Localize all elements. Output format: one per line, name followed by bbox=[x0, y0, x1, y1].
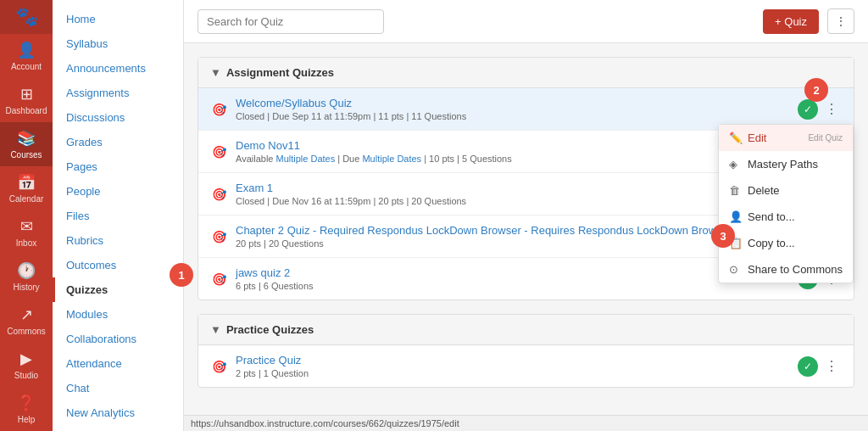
dropdown-share-label: Share to Commons bbox=[748, 263, 843, 276]
quiz-row-practice: 🎯 Practice Quiz 2 pts | 1 Question ✓ ⋮ bbox=[198, 345, 854, 387]
dropdown-delete[interactable]: 🗑 Delete bbox=[719, 177, 853, 204]
course-nav-quizzes[interactable]: Quizzes bbox=[53, 277, 183, 302]
course-nav-pages[interactable]: Pages bbox=[53, 154, 183, 179]
share-icon: ⊙ bbox=[729, 263, 741, 276]
quiz-title-welcome-syllabus[interactable]: Welcome/Syllabus Quiz bbox=[236, 97, 789, 109]
quiz-item-icon-4: 🎯 bbox=[210, 228, 227, 245]
nav-item-help[interactable]: ❓ Help bbox=[0, 387, 53, 431]
course-nav-collaborations[interactable]: Collaborations bbox=[53, 327, 183, 351]
dropdown-edit[interactable]: ✏️ Edit Edit Quiz bbox=[719, 125, 853, 151]
course-nav-outcomes[interactable]: Outcomes bbox=[53, 253, 183, 277]
search-input[interactable] bbox=[198, 9, 384, 34]
course-nav-discussions[interactable]: Discussions bbox=[53, 105, 183, 130]
course-nav-rubrics[interactable]: Rubrics bbox=[53, 228, 183, 253]
course-nav: Home Syllabus Announcements Assignments … bbox=[53, 0, 184, 431]
nav-label-account: Account bbox=[11, 62, 42, 71]
logo: 🐾 bbox=[0, 0, 53, 34]
mastery-icon: ◈ bbox=[729, 158, 741, 171]
nav-item-history[interactable]: 🕐 History bbox=[0, 255, 53, 299]
callout-bubble-2: 2 bbox=[804, 78, 828, 102]
nav-item-inbox[interactable]: ✉ Inbox bbox=[0, 210, 53, 255]
global-nav: 🐾 👤 Account ⊞ Dashboard 📚 Courses 📅 Cale… bbox=[0, 0, 53, 431]
nav-label-calendar: Calendar bbox=[9, 194, 44, 204]
edit-icon: ✏️ bbox=[729, 132, 741, 144]
course-nav-files[interactable]: Files bbox=[53, 204, 183, 228]
course-nav-chat[interactable]: Chat bbox=[53, 376, 183, 400]
toolbar-kebab-button[interactable]: ⋮ bbox=[827, 8, 854, 34]
dropdown-mastery-paths[interactable]: ◈ Mastery Paths bbox=[719, 151, 853, 177]
dashboard-icon: ⊞ bbox=[20, 85, 33, 104]
quiz-actions-practice: ✓ ⋮ bbox=[798, 356, 842, 377]
callout-bubble-1: 1 bbox=[184, 263, 193, 287]
assignment-quizzes-section: ▼ Assignment Quizzes 🎯 Welcome/Syllabus … bbox=[198, 57, 854, 300]
nav-label-history: History bbox=[13, 283, 39, 292]
quiz-actions-welcome-syllabus: ✓ ⋮ bbox=[798, 99, 842, 120]
nav-label-studio: Studio bbox=[14, 371, 38, 380]
course-nav-modules[interactable]: Modules bbox=[53, 302, 183, 327]
commons-icon: ↗ bbox=[20, 305, 33, 324]
assignment-quizzes-title: Assignment Quizzes bbox=[226, 66, 334, 79]
course-nav-announcements[interactable]: Announcements bbox=[53, 56, 183, 81]
status-bar: https://uhsandbox.instructure.com/course… bbox=[184, 415, 868, 431]
multi-dates-2: Multiple Dates bbox=[362, 154, 421, 164]
practice-quizzes-title: Practice Quizzes bbox=[226, 323, 314, 336]
quiz-item-icon-practice: 🎯 bbox=[210, 358, 227, 375]
quiz-title-practice[interactable]: Practice Quiz bbox=[236, 354, 789, 367]
studio-icon: ▶ bbox=[20, 350, 32, 368]
edit-quiz-sublabel: Edit Quiz bbox=[808, 133, 843, 143]
dropdown-copy-to[interactable]: 📋 Copy to... bbox=[719, 230, 853, 256]
practice-quizzes-header: ▼ Practice Quizzes bbox=[198, 315, 854, 345]
quiz-dots-welcome-syllabus[interactable]: ⋮ bbox=[821, 99, 842, 119]
callout-bubble-3: 3 bbox=[711, 224, 735, 248]
nav-label-inbox: Inbox bbox=[16, 238, 36, 248]
dropdown-menu: ✏️ Edit Edit Quiz ◈ Mastery Paths 🗑 Dele… bbox=[718, 124, 854, 283]
course-nav-studio[interactable]: Studio bbox=[53, 425, 183, 431]
nav-item-account[interactable]: 👤 Account bbox=[0, 34, 53, 78]
nav-label-help: Help bbox=[18, 415, 36, 424]
quiz-meta-jaws: 6 pts | 6 Questions bbox=[236, 281, 789, 291]
course-nav-new-analytics[interactable]: New Analytics bbox=[53, 400, 183, 425]
calendar-icon: 📅 bbox=[17, 173, 36, 192]
nav-item-dashboard[interactable]: ⊞ Dashboard bbox=[0, 78, 53, 122]
dropdown-copy-label: Copy to... bbox=[748, 237, 795, 249]
main-area: + Quiz ⋮ ▼ Assignment Quizzes 🎯 Welcome/… bbox=[184, 0, 868, 431]
quiz-info-practice: Practice Quiz 2 pts | 1 Question bbox=[236, 354, 789, 378]
dropdown-send-to[interactable]: 👤 Send to... bbox=[719, 204, 853, 230]
course-nav-assignments[interactable]: Assignments bbox=[53, 81, 183, 105]
course-nav-people[interactable]: People bbox=[53, 179, 183, 204]
course-nav-grades[interactable]: Grades bbox=[53, 130, 183, 154]
topbar: + Quiz ⋮ bbox=[184, 0, 868, 43]
quiz-title-jaws[interactable]: jaws quiz 2 bbox=[236, 266, 789, 279]
send-icon: 👤 bbox=[729, 210, 741, 223]
nav-label-dashboard: Dashboard bbox=[6, 106, 47, 115]
quiz-item-icon-5: 🎯 bbox=[210, 271, 227, 288]
quiz-meta-practice: 2 pts | 1 Question bbox=[236, 368, 789, 378]
nav-item-commons[interactable]: ↗ Commons bbox=[0, 299, 53, 343]
courses-icon: 📚 bbox=[17, 129, 36, 148]
nav-item-calendar[interactable]: 📅 Calendar bbox=[0, 166, 53, 210]
check-icon-welcome-syllabus: ✓ bbox=[798, 99, 818, 120]
dropdown-edit-label: Edit bbox=[748, 132, 766, 144]
quiz-dots-practice[interactable]: ⋮ bbox=[821, 356, 842, 376]
practice-quizzes-section: ▼ Practice Quizzes 🎯 Practice Quiz 2 pts… bbox=[198, 314, 854, 388]
assignment-quizzes-header: ▼ Assignment Quizzes bbox=[198, 58, 854, 88]
quiz-item-icon-2: 🎯 bbox=[210, 143, 227, 160]
dropdown-mastery-label: Mastery Paths bbox=[748, 158, 818, 171]
quiz-info: Welcome/Syllabus Quiz Closed | Due Sep 1… bbox=[236, 97, 789, 121]
dropdown-share-commons[interactable]: ⊙ Share to Commons bbox=[719, 256, 853, 283]
nav-label-commons: Commons bbox=[7, 327, 46, 336]
nav-item-studio[interactable]: ▶ Studio bbox=[0, 343, 53, 387]
course-nav-home[interactable]: Home bbox=[53, 7, 183, 31]
nav-item-courses[interactable]: 📚 Courses bbox=[0, 122, 53, 166]
add-quiz-button[interactable]: + Quiz bbox=[763, 9, 819, 34]
quiz-item-icon-3: 🎯 bbox=[210, 186, 227, 203]
quiz-meta-welcome-syllabus: Closed | Due Sep 11 at 11:59pm | 11 pts … bbox=[236, 111, 789, 121]
help-icon: ❓ bbox=[17, 394, 36, 412]
course-nav-attendance[interactable]: Attendance bbox=[53, 351, 183, 376]
multi-dates-1: Multiple Dates bbox=[276, 154, 336, 164]
history-icon: 🕐 bbox=[17, 261, 36, 280]
quiz-row-welcome-syllabus: 🎯 Welcome/Syllabus Quiz Closed | Due Sep… bbox=[198, 88, 854, 131]
course-nav-syllabus[interactable]: Syllabus bbox=[53, 31, 183, 56]
practice-section-arrow-icon: ▼ bbox=[210, 323, 221, 336]
check-icon-practice: ✓ bbox=[798, 356, 818, 377]
